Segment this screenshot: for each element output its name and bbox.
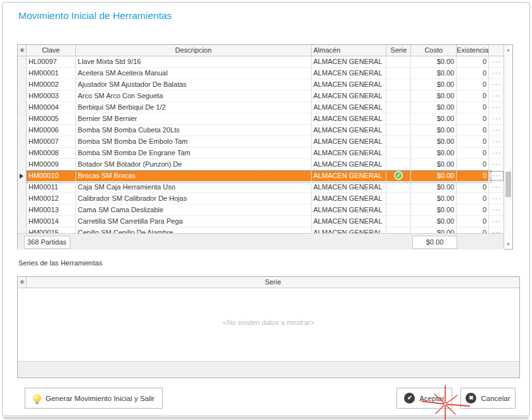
cell-existencia[interactable]: 0 [457, 170, 489, 181]
table-row[interactable]: HM00002 Ajustador SM Ajustador De Balata… [18, 79, 504, 91]
table-row[interactable]: HM00003 Arco SM Arco Con Segueta ALMACEN… [18, 91, 504, 102]
cell-existencia[interactable]: 0 [457, 159, 489, 170]
table-row[interactable]: HM00007 Bomba SM Bomba De Embolo Tam ALM… [18, 136, 504, 148]
column-header-serie[interactable]: Serie [27, 277, 519, 288]
cell-almacen[interactable]: ALMACEN GENERAL [312, 216, 387, 227]
row-options-button[interactable]: ··· [489, 68, 504, 79]
cell-costo[interactable]: $0.00 [411, 113, 457, 124]
table-row[interactable]: HM00015 Cepillo SM Cepillo De Alambre AL… [18, 227, 504, 233]
row-options-button[interactable]: ··· [489, 102, 504, 113]
cell-serie[interactable] [386, 125, 411, 136]
table-row[interactable]: HM00013 Cama SM Cama Deslizable ALMACEN … [18, 205, 504, 216]
cell-existencia[interactable]: 0 [457, 205, 489, 215]
cell-clave[interactable]: HM00012 [27, 193, 76, 204]
row-header-cell[interactable] [18, 227, 27, 233]
cell-serie[interactable]: ✓ [386, 170, 411, 181]
cell-almacen[interactable]: ALMACEN GENERAL [312, 136, 387, 147]
cell-almacen[interactable]: ALMACEN GENERAL [312, 148, 387, 158]
cell-serie[interactable] [386, 159, 411, 170]
row-header-cell[interactable] [18, 159, 27, 170]
cell-almacen[interactable]: ALMACEN GENERAL [312, 125, 387, 136]
cell-clave[interactable]: HM00013 [27, 205, 76, 215]
cell-costo[interactable]: $0.00 [411, 159, 457, 170]
scroll-up-icon[interactable]: ▲ [504, 46, 512, 54]
row-options-button[interactable]: ··· [489, 216, 504, 227]
cell-descripcion[interactable]: Llave Mixta Std 9/16 [76, 56, 312, 67]
row-options-button[interactable]: ··· [489, 182, 504, 193]
cell-serie[interactable] [386, 79, 411, 90]
row-options-button[interactable]: ··· [489, 148, 504, 158]
cell-clave[interactable]: HM00010 [27, 170, 76, 181]
cell-serie[interactable] [386, 91, 411, 101]
row-header-cell[interactable] [18, 125, 27, 136]
cell-clave[interactable]: HM00004 [27, 102, 76, 113]
cell-costo[interactable]: $0.00 [411, 125, 457, 136]
row-header-cell[interactable] [18, 68, 27, 79]
cell-almacen[interactable]: ALMACEN GENERAL [312, 205, 387, 215]
cell-descripcion[interactable]: Berbiqui SM Berbiqui De 1/2 [76, 102, 312, 113]
cell-costo[interactable]: $0.00 [411, 68, 457, 79]
column-header-almacen[interactable]: Almacén [312, 45, 387, 56]
row-options-button[interactable]: ··· [489, 227, 504, 233]
row-options-button[interactable]: ··· [489, 205, 504, 215]
cell-existencia[interactable]: 0 [457, 182, 489, 193]
row-options-button[interactable]: ··· [489, 56, 504, 67]
row-header-cell[interactable] [18, 205, 27, 215]
cell-costo[interactable]: $0.00 [411, 182, 457, 193]
cell-almacen[interactable]: ALMACEN GENERAL [312, 68, 387, 79]
cell-almacen[interactable]: ALMACEN GENERAL [312, 56, 387, 67]
cell-serie[interactable] [386, 193, 411, 204]
cell-clave[interactable]: HL00097 [27, 56, 76, 67]
cell-clave[interactable]: HM00014 [27, 216, 76, 227]
cell-existencia[interactable]: 0 [457, 125, 489, 136]
cell-descripcion[interactable]: Caja SM Caja Herramienta Uso [76, 182, 312, 193]
cell-costo[interactable]: $0.00 [411, 102, 457, 113]
cell-existencia[interactable]: 0 [457, 148, 489, 158]
cell-descripcion[interactable]: Botador SM Botador (Punzon) De [76, 159, 312, 170]
cell-descripcion[interactable]: Cepillo SM Cepillo De Alambre [76, 227, 312, 233]
scrollbar-thumb[interactable] [505, 172, 511, 197]
cell-costo[interactable]: $0.00 [411, 170, 457, 181]
cell-descripcion[interactable]: Bomba SM Bomba De Embolo Tam [76, 136, 312, 147]
column-header-serie[interactable]: Serie [386, 45, 411, 56]
row-options-button[interactable]: ··· [489, 136, 504, 147]
generate-movement-button[interactable]: Generar Movimiento Inicial y Salir [25, 388, 163, 409]
row-header-cell[interactable] [18, 216, 27, 227]
row-options-button[interactable]: ··· [489, 159, 504, 170]
cell-costo[interactable]: $0.00 [411, 205, 457, 215]
cell-existencia[interactable]: 0 [457, 193, 489, 204]
cell-costo[interactable]: $0.00 [411, 56, 457, 67]
cell-descripcion[interactable]: Calibrador SM Calibrador De Hojas [76, 193, 312, 204]
table-row[interactable]: HM00009 Botador SM Botador (Punzon) De A… [18, 159, 504, 170]
accept-button[interactable]: ✔ Aceptar [396, 388, 452, 409]
cell-descripcion[interactable]: Arco SM Arco Con Segueta [76, 91, 312, 101]
cell-clave[interactable]: HM00007 [27, 136, 76, 147]
cell-existencia[interactable]: 0 [457, 91, 489, 101]
row-options-button[interactable]: ··· [489, 91, 504, 101]
cell-descripcion[interactable]: Ajustador SM Ajustador De Balatas [76, 79, 312, 90]
row-header-cell[interactable] [18, 113, 27, 124]
row-header-cell[interactable] [18, 102, 27, 113]
scroll-down-icon[interactable]: ▼ [504, 240, 512, 248]
column-header-descripcion[interactable]: Descripcion [76, 45, 312, 56]
cell-descripcion[interactable]: Carretilla SM Carretilla Para Pega [76, 216, 312, 227]
cell-clave[interactable]: HM00002 [27, 79, 76, 90]
cell-existencia[interactable]: 0 [457, 102, 489, 113]
cell-serie[interactable] [386, 68, 411, 79]
row-header-cell[interactable] [18, 79, 27, 90]
cell-almacen[interactable]: ALMACEN GENERAL [312, 91, 387, 101]
row-header-cell[interactable] [18, 193, 27, 204]
cell-serie[interactable] [386, 205, 411, 215]
cell-descripcion[interactable]: Brocas SM Brocas [76, 170, 312, 181]
table-row[interactable]: HM00010 Brocas SM Brocas ALMACEN GENERAL… [18, 170, 504, 182]
cell-costo[interactable]: $0.00 [411, 91, 457, 101]
cell-serie[interactable] [386, 227, 411, 233]
row-options-button[interactable]: ··· [489, 113, 504, 124]
row-header-cell[interactable] [18, 182, 27, 193]
cell-costo[interactable]: $0.00 [411, 193, 457, 204]
cell-clave[interactable]: HM00001 [27, 68, 76, 79]
vertical-scrollbar[interactable]: ▲ ▼ [504, 45, 512, 249]
cell-existencia[interactable]: 0 [457, 79, 489, 90]
cell-serie[interactable] [386, 56, 411, 67]
cell-existencia[interactable]: 0 [457, 216, 489, 227]
